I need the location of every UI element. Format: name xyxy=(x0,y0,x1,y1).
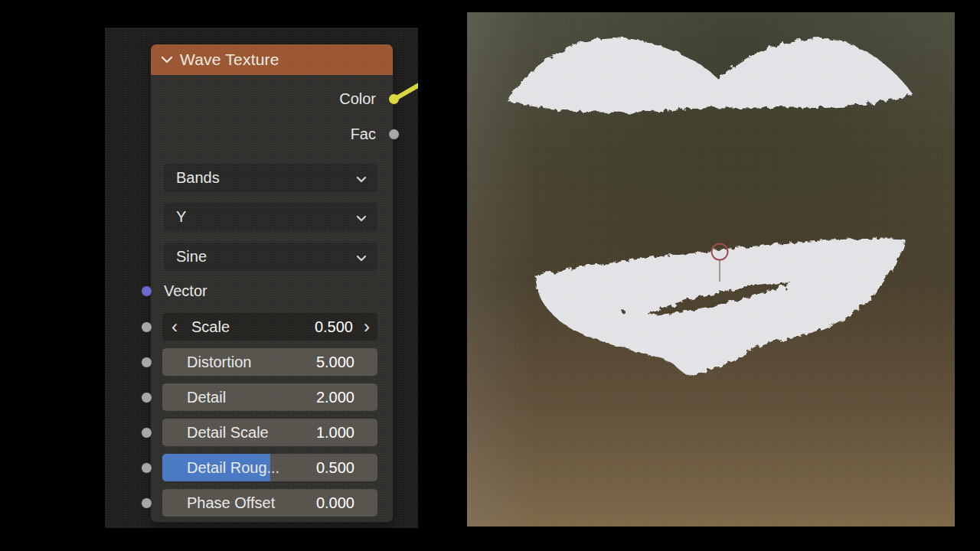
detail-scale-label: Detail Scale xyxy=(187,424,269,442)
profile-value: Sine xyxy=(176,248,207,266)
detail-roughness-input-socket[interactable] xyxy=(141,462,152,474)
color-output-label: Color xyxy=(339,90,376,108)
detail-input-socket[interactable] xyxy=(141,392,152,403)
output-row-fac: Fac xyxy=(351,122,376,145)
slit-speck xyxy=(622,311,626,314)
scale-label: Scale xyxy=(191,318,230,336)
scale-slider[interactable]: ‹ Scale 0.500 › xyxy=(162,313,377,341)
detail-scale-input-socket[interactable] xyxy=(141,427,152,439)
wave-type-value: Bands xyxy=(176,169,220,187)
detail-roughness-value: 0.500 xyxy=(316,459,354,477)
phase-offset-label: Phase Offset xyxy=(187,494,275,512)
direction-dropdown[interactable]: Y xyxy=(164,203,377,231)
vector-input-label: Vector xyxy=(164,282,207,300)
vector-input-socket[interactable] xyxy=(141,285,152,297)
phase-offset-value: 0.000 xyxy=(316,494,354,512)
fac-output-label: Fac xyxy=(351,126,376,143)
scale-input-socket[interactable] xyxy=(141,321,152,333)
vector-input-row: Vector xyxy=(164,277,207,305)
chevron-down-icon xyxy=(356,208,367,226)
wave-texture-node[interactable]: Wave Texture Color Fac Bands Y Sine xyxy=(150,44,394,523)
decrement-arrow-icon[interactable]: ‹ xyxy=(172,313,178,341)
direction-value: Y xyxy=(176,208,186,226)
scale-value: 0.500 xyxy=(315,318,353,336)
profile-dropdown[interactable]: Sine xyxy=(164,243,377,271)
detail-roughness-slider[interactable]: Detail Roug... 0.500 xyxy=(162,454,377,481)
distortion-value: 5.000 xyxy=(316,354,354,371)
chevron-down-icon[interactable] xyxy=(161,53,173,67)
phase-offset-slider[interactable]: Phase Offset 0.000 xyxy=(162,489,377,517)
wave-type-dropdown[interactable]: Bands xyxy=(164,164,377,192)
distortion-slider[interactable]: Distortion 5.000 xyxy=(162,348,377,376)
detail-slider[interactable]: Detail 2.000 xyxy=(162,383,377,411)
node-editor-panel[interactable]: Wave Texture Color Fac Bands Y Sine xyxy=(105,28,418,528)
detail-roughness-label: Detail Roug... xyxy=(187,459,279,477)
fac-output-socket[interactable] xyxy=(388,129,400,140)
chevron-down-icon xyxy=(356,169,367,187)
screen: { "app": "blender-shader-node-editor", "… xyxy=(0,0,980,551)
texture-preview-viewport[interactable] xyxy=(467,12,955,527)
detail-value: 2.000 xyxy=(316,389,354,406)
detail-label: Detail xyxy=(187,389,226,406)
slit-speck xyxy=(785,288,787,290)
detail-scale-slider[interactable]: Detail Scale 1.000 xyxy=(162,419,377,446)
increment-arrow-icon[interactable]: › xyxy=(364,313,370,341)
distortion-label: Distortion xyxy=(187,354,251,371)
output-row-color: Color xyxy=(339,87,376,110)
node-header[interactable]: Wave Texture xyxy=(151,44,393,75)
color-output-socket[interactable] xyxy=(388,93,400,105)
phase-offset-input-socket[interactable] xyxy=(141,497,152,509)
distortion-input-socket[interactable] xyxy=(141,357,152,368)
chevron-down-icon xyxy=(356,248,367,266)
detail-scale-value: 1.000 xyxy=(316,424,354,442)
node-title: Wave Texture xyxy=(180,51,279,69)
